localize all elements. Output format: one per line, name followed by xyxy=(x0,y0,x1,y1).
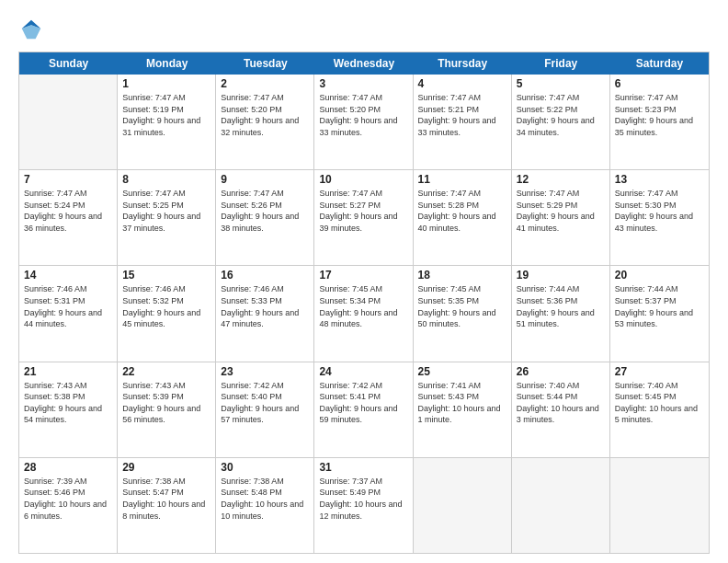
day-cell-26: 26Sunrise: 7:40 AMSunset: 5:44 PMDayligh… xyxy=(512,362,610,457)
day-number: 25 xyxy=(418,365,506,378)
calendar-body: 1Sunrise: 7:47 AMSunset: 5:19 PMDaylight… xyxy=(19,75,709,553)
day-cell-14: 14Sunrise: 7:46 AMSunset: 5:31 PMDayligh… xyxy=(19,266,118,361)
day-info: Sunrise: 7:38 AMSunset: 5:48 PMDaylight:… xyxy=(221,476,309,522)
weekday-header-wednesday: Wednesday xyxy=(314,52,413,75)
day-info: Sunrise: 7:43 AMSunset: 5:38 PMDaylight:… xyxy=(24,380,112,426)
header xyxy=(18,17,710,42)
calendar: SundayMondayTuesdayWednesdayThursdayFrid… xyxy=(18,52,710,554)
page: SundayMondayTuesdayWednesdayThursdayFrid… xyxy=(0,0,728,563)
day-number: 31 xyxy=(319,461,407,474)
day-info: Sunrise: 7:42 AMSunset: 5:40 PMDaylight:… xyxy=(221,380,309,426)
day-info: Sunrise: 7:43 AMSunset: 5:39 PMDaylight:… xyxy=(122,380,210,426)
day-cell-23: 23Sunrise: 7:42 AMSunset: 5:40 PMDayligh… xyxy=(216,362,314,457)
logo xyxy=(18,17,48,42)
day-number: 20 xyxy=(615,269,704,282)
day-number: 11 xyxy=(418,173,506,186)
day-number: 8 xyxy=(122,173,210,186)
day-info: Sunrise: 7:47 AMSunset: 5:30 PMDaylight:… xyxy=(615,188,704,234)
day-info: Sunrise: 7:47 AMSunset: 5:22 PMDaylight:… xyxy=(517,92,605,138)
day-info: Sunrise: 7:46 AMSunset: 5:31 PMDaylight:… xyxy=(24,283,112,329)
day-cell-27: 27Sunrise: 7:40 AMSunset: 5:45 PMDayligh… xyxy=(610,362,709,457)
day-cell-22: 22Sunrise: 7:43 AMSunset: 5:39 PMDayligh… xyxy=(118,362,216,457)
day-number: 4 xyxy=(418,77,506,90)
day-number: 29 xyxy=(122,461,210,474)
day-cell-18: 18Sunrise: 7:45 AMSunset: 5:35 PMDayligh… xyxy=(414,266,512,361)
day-number: 7 xyxy=(24,173,112,186)
day-cell-9: 9Sunrise: 7:47 AMSunset: 5:26 PMDaylight… xyxy=(216,170,314,265)
day-cell-31: 31Sunrise: 7:37 AMSunset: 5:49 PMDayligh… xyxy=(314,458,413,553)
day-number: 26 xyxy=(517,365,605,378)
day-info: Sunrise: 7:45 AMSunset: 5:35 PMDaylight:… xyxy=(418,283,506,329)
day-cell-30: 30Sunrise: 7:38 AMSunset: 5:48 PMDayligh… xyxy=(216,458,314,553)
day-cell-25: 25Sunrise: 7:41 AMSunset: 5:43 PMDayligh… xyxy=(414,362,512,457)
calendar-week-5: 28Sunrise: 7:39 AMSunset: 5:46 PMDayligh… xyxy=(19,458,709,553)
day-info: Sunrise: 7:47 AMSunset: 5:27 PMDaylight:… xyxy=(319,188,407,234)
day-number: 2 xyxy=(221,77,309,90)
day-info: Sunrise: 7:47 AMSunset: 5:25 PMDaylight:… xyxy=(122,188,210,234)
day-info: Sunrise: 7:37 AMSunset: 5:49 PMDaylight:… xyxy=(319,476,407,522)
calendar-header: SundayMondayTuesdayWednesdayThursdayFrid… xyxy=(19,52,709,75)
day-number: 23 xyxy=(221,365,309,378)
day-cell-12: 12Sunrise: 7:47 AMSunset: 5:29 PMDayligh… xyxy=(512,170,610,265)
day-number: 17 xyxy=(319,269,407,282)
day-number: 10 xyxy=(319,173,407,186)
empty-cell xyxy=(19,75,118,169)
day-info: Sunrise: 7:40 AMSunset: 5:44 PMDaylight:… xyxy=(517,380,605,426)
day-cell-17: 17Sunrise: 7:45 AMSunset: 5:34 PMDayligh… xyxy=(314,266,413,361)
day-cell-11: 11Sunrise: 7:47 AMSunset: 5:28 PMDayligh… xyxy=(414,170,512,265)
day-cell-7: 7Sunrise: 7:47 AMSunset: 5:24 PMDaylight… xyxy=(19,170,118,265)
weekday-header-monday: Monday xyxy=(118,52,216,75)
day-cell-13: 13Sunrise: 7:47 AMSunset: 5:30 PMDayligh… xyxy=(610,170,709,265)
day-number: 16 xyxy=(221,269,309,282)
calendar-week-2: 7Sunrise: 7:47 AMSunset: 5:24 PMDaylight… xyxy=(19,170,709,266)
day-cell-1: 1Sunrise: 7:47 AMSunset: 5:19 PMDaylight… xyxy=(118,75,216,169)
day-number: 3 xyxy=(319,77,407,90)
day-cell-15: 15Sunrise: 7:46 AMSunset: 5:32 PMDayligh… xyxy=(118,266,216,361)
weekday-header-sunday: Sunday xyxy=(19,52,118,75)
weekday-header-saturday: Saturday xyxy=(610,52,709,75)
day-number: 13 xyxy=(615,173,704,186)
day-info: Sunrise: 7:47 AMSunset: 5:29 PMDaylight:… xyxy=(517,188,605,234)
day-info: Sunrise: 7:47 AMSunset: 5:23 PMDaylight:… xyxy=(615,92,704,138)
day-info: Sunrise: 7:44 AMSunset: 5:37 PMDaylight:… xyxy=(615,283,704,329)
weekday-header-friday: Friday xyxy=(512,52,610,75)
day-number: 14 xyxy=(24,269,112,282)
day-info: Sunrise: 7:47 AMSunset: 5:24 PMDaylight:… xyxy=(24,188,112,234)
weekday-header-thursday: Thursday xyxy=(414,52,512,75)
day-number: 22 xyxy=(122,365,210,378)
calendar-week-4: 21Sunrise: 7:43 AMSunset: 5:38 PMDayligh… xyxy=(19,362,709,458)
day-number: 19 xyxy=(517,269,605,282)
day-cell-8: 8Sunrise: 7:47 AMSunset: 5:25 PMDaylight… xyxy=(118,170,216,265)
day-cell-4: 4Sunrise: 7:47 AMSunset: 5:21 PMDaylight… xyxy=(414,75,512,169)
day-number: 21 xyxy=(24,365,112,378)
day-info: Sunrise: 7:46 AMSunset: 5:32 PMDaylight:… xyxy=(122,283,210,329)
day-cell-28: 28Sunrise: 7:39 AMSunset: 5:46 PMDayligh… xyxy=(19,458,118,553)
day-info: Sunrise: 7:47 AMSunset: 5:20 PMDaylight:… xyxy=(221,92,309,138)
day-info: Sunrise: 7:42 AMSunset: 5:41 PMDaylight:… xyxy=(319,380,407,426)
day-number: 15 xyxy=(122,269,210,282)
day-info: Sunrise: 7:47 AMSunset: 5:28 PMDaylight:… xyxy=(418,188,506,234)
day-number: 30 xyxy=(221,461,309,474)
day-cell-10: 10Sunrise: 7:47 AMSunset: 5:27 PMDayligh… xyxy=(314,170,413,265)
day-cell-6: 6Sunrise: 7:47 AMSunset: 5:23 PMDaylight… xyxy=(610,75,709,169)
weekday-header-tuesday: Tuesday xyxy=(216,52,314,75)
day-info: Sunrise: 7:47 AMSunset: 5:20 PMDaylight:… xyxy=(319,92,407,138)
day-cell-29: 29Sunrise: 7:38 AMSunset: 5:47 PMDayligh… xyxy=(118,458,216,553)
day-info: Sunrise: 7:47 AMSunset: 5:26 PMDaylight:… xyxy=(221,188,309,234)
empty-cell xyxy=(414,458,512,553)
day-number: 1 xyxy=(122,77,210,90)
day-cell-16: 16Sunrise: 7:46 AMSunset: 5:33 PMDayligh… xyxy=(216,266,314,361)
day-number: 12 xyxy=(517,173,605,186)
day-number: 27 xyxy=(615,365,704,378)
day-number: 18 xyxy=(418,269,506,282)
day-number: 24 xyxy=(319,365,407,378)
day-cell-3: 3Sunrise: 7:47 AMSunset: 5:20 PMDaylight… xyxy=(314,75,413,169)
day-info: Sunrise: 7:39 AMSunset: 5:46 PMDaylight:… xyxy=(24,476,112,522)
day-info: Sunrise: 7:45 AMSunset: 5:34 PMDaylight:… xyxy=(319,283,407,329)
day-info: Sunrise: 7:40 AMSunset: 5:45 PMDaylight:… xyxy=(615,380,704,426)
day-info: Sunrise: 7:47 AMSunset: 5:19 PMDaylight:… xyxy=(122,92,210,138)
logo-icon xyxy=(18,17,44,42)
day-cell-24: 24Sunrise: 7:42 AMSunset: 5:41 PMDayligh… xyxy=(314,362,413,457)
day-info: Sunrise: 7:41 AMSunset: 5:43 PMDaylight:… xyxy=(418,380,506,426)
day-info: Sunrise: 7:44 AMSunset: 5:36 PMDaylight:… xyxy=(517,283,605,329)
